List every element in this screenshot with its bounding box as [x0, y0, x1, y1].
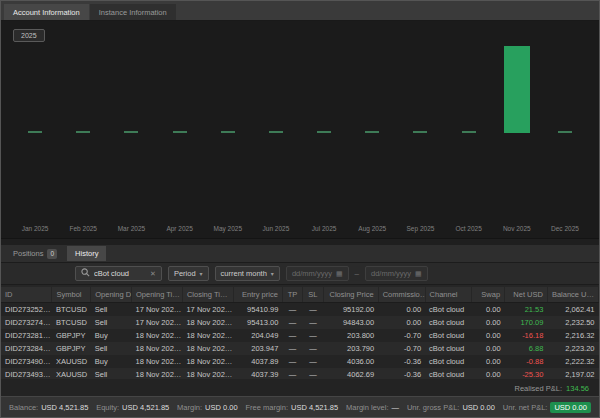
- history-row[interactable]: DID273284…GBPJPYSell18 Nov 202…18 Nov 20…: [1, 342, 599, 355]
- pnl-chart-panel: 2025 Jan 2025Feb 2025Mar 2025Apr 2025May…: [1, 21, 599, 239]
- history-cell: 0.00: [472, 316, 505, 329]
- month-axis-label: Oct 2025: [445, 225, 493, 232]
- column-header[interactable]: Symbol: [52, 287, 91, 303]
- month-axis-label: Nov 2025: [493, 225, 541, 232]
- balance-label: Balance:: [9, 403, 38, 412]
- column-header[interactable]: Swap: [472, 287, 505, 303]
- column-header[interactable]: TP: [282, 287, 302, 303]
- realised-pnl-label: Realised P&L:: [515, 384, 563, 393]
- history-cell: 18 Nov 202…: [182, 355, 233, 368]
- column-header[interactable]: Net USD: [505, 287, 548, 303]
- history-cell: 2,062.41: [547, 303, 598, 317]
- chart-month-column: Jul 2025: [300, 27, 348, 234]
- tab-history[interactable]: History: [67, 246, 106, 261]
- panel-tab-bar: Positions 0 History: [1, 245, 599, 263]
- free-margin-value: USD 4,521.85: [291, 403, 338, 412]
- column-header[interactable]: Opening Ti…: [131, 287, 182, 303]
- history-cell: Sell: [91, 303, 132, 317]
- history-cell: —: [303, 342, 323, 355]
- history-cell: DID273284…: [1, 342, 52, 355]
- history-cell: —: [303, 316, 323, 329]
- history-row[interactable]: DID273274…BTCUSDSell17 Nov 202…18 Nov 20…: [1, 316, 599, 329]
- tab-positions[interactable]: Positions 0: [5, 246, 65, 261]
- date-from-field[interactable]: dd/mm/yyyy ▦: [286, 266, 349, 281]
- month-axis-label: Jul 2025: [300, 225, 348, 232]
- history-cell: DID273281…: [1, 329, 52, 342]
- zero-line-tick: [173, 131, 187, 133]
- history-cell: 95410.99: [233, 303, 282, 317]
- month-axis-label: Aug 2025: [348, 225, 396, 232]
- history-cell: 0.00: [472, 355, 505, 368]
- history-cell: XAUUSD: [52, 355, 91, 368]
- history-cell: 170.09: [505, 316, 548, 329]
- history-cell: 2,223.20: [547, 342, 598, 355]
- column-header[interactable]: Channel: [425, 287, 472, 303]
- history-cell: —: [303, 355, 323, 368]
- column-header[interactable]: Closing Ti…: [182, 287, 233, 303]
- zero-line-tick: [221, 131, 235, 133]
- tab-instance-information[interactable]: Instance Information: [90, 4, 176, 20]
- month-axis-label: Mar 2025: [107, 225, 155, 232]
- balance-value: USD 4,521.85: [41, 403, 88, 412]
- history-cell: 6.88: [505, 342, 548, 355]
- history-cell: 18 Nov 202…: [131, 342, 182, 355]
- column-header[interactable]: Closing Price: [323, 287, 378, 303]
- history-cell: 4037.89: [233, 355, 282, 368]
- month-axis-label: Jun 2025: [252, 225, 300, 232]
- chart-month-column: Sep 2025: [396, 27, 444, 234]
- table-header-row: IDSymbolOpening Di…Opening Ti…Closing Ti…: [1, 287, 599, 303]
- chart-month-column: Apr 2025: [156, 27, 204, 234]
- history-cell: 18 Nov 202…: [182, 329, 233, 342]
- history-cell: Sell: [91, 316, 132, 329]
- period-dropdown[interactable]: Period ▾: [168, 266, 209, 281]
- clear-search-icon[interactable]: ✕: [150, 270, 156, 278]
- range-dropdown[interactable]: current month ▾: [215, 266, 280, 281]
- year-selector-button[interactable]: 2025: [13, 29, 45, 42]
- zero-line-tick: [76, 131, 90, 133]
- column-header[interactable]: SL: [303, 287, 323, 303]
- column-header[interactable]: Opening Di…: [91, 287, 132, 303]
- history-cell: Buy: [91, 329, 132, 342]
- history-cell: DID273274…: [1, 316, 52, 329]
- history-cell: Buy: [91, 355, 132, 368]
- history-cell: BTCUSD: [52, 316, 91, 329]
- history-row[interactable]: DID273252…BTCUSDSell17 Nov 202…17 Nov 20…: [1, 303, 599, 317]
- history-cell: 0.00: [472, 303, 505, 317]
- history-cell: -0.70: [378, 342, 425, 355]
- pnl-bar: [504, 46, 530, 133]
- history-cell: 18 Nov 202…: [182, 316, 233, 329]
- history-cell: 17 Nov 202…: [131, 303, 182, 317]
- zero-line-tick: [413, 131, 427, 133]
- search-box[interactable]: ✕: [75, 266, 162, 281]
- column-header[interactable]: Entry price: [233, 287, 282, 303]
- history-cell: DID273252…: [1, 303, 52, 317]
- chart-month-column: Feb 2025: [59, 27, 107, 234]
- column-header[interactable]: ID: [1, 287, 52, 303]
- history-cell: —: [303, 303, 323, 317]
- history-cell: 94843.00: [323, 316, 378, 329]
- history-cell: cBot cloud: [425, 303, 472, 317]
- history-toolbar: ✕ Period ▾ current month ▾ dd/mm/yyyy ▦ …: [1, 263, 599, 285]
- column-header[interactable]: Balance U…: [547, 287, 598, 303]
- history-cell: 0.00: [378, 316, 425, 329]
- column-header[interactable]: Commissio…: [378, 287, 425, 303]
- history-cell: —: [282, 342, 302, 355]
- history-cell: 0.00: [472, 342, 505, 355]
- trading-app-window: Account Information Instance Information…: [0, 0, 600, 418]
- history-row[interactable]: DID273490…XAUUSDBuy18 Nov 202…18 Nov 202…: [1, 355, 599, 368]
- history-cell: cBot cloud: [425, 342, 472, 355]
- zero-line-tick: [269, 131, 283, 133]
- history-cell: 0.00: [378, 303, 425, 317]
- search-input[interactable]: [94, 269, 146, 278]
- unr-gross-pnl-value: USD 0.00: [462, 403, 495, 412]
- date-to-field[interactable]: dd/mm/yyyy ▦: [365, 266, 428, 281]
- history-cell: 2,216.32: [547, 329, 598, 342]
- history-row[interactable]: DID273281…GBPJPYBuy18 Nov 202…18 Nov 202…: [1, 329, 599, 342]
- period-dropdown-label: Period: [174, 269, 196, 278]
- month-axis-label: Feb 2025: [59, 225, 107, 232]
- monthly-pnl-bar-chart: Jan 2025Feb 2025Mar 2025Apr 2025May 2025…: [11, 27, 589, 234]
- month-axis-label: Dec 2025: [541, 225, 589, 232]
- history-cell: 2,232.50: [547, 316, 598, 329]
- status-balance: Balance: USD 4,521.85: [9, 403, 88, 412]
- tab-account-information[interactable]: Account Information: [4, 4, 89, 20]
